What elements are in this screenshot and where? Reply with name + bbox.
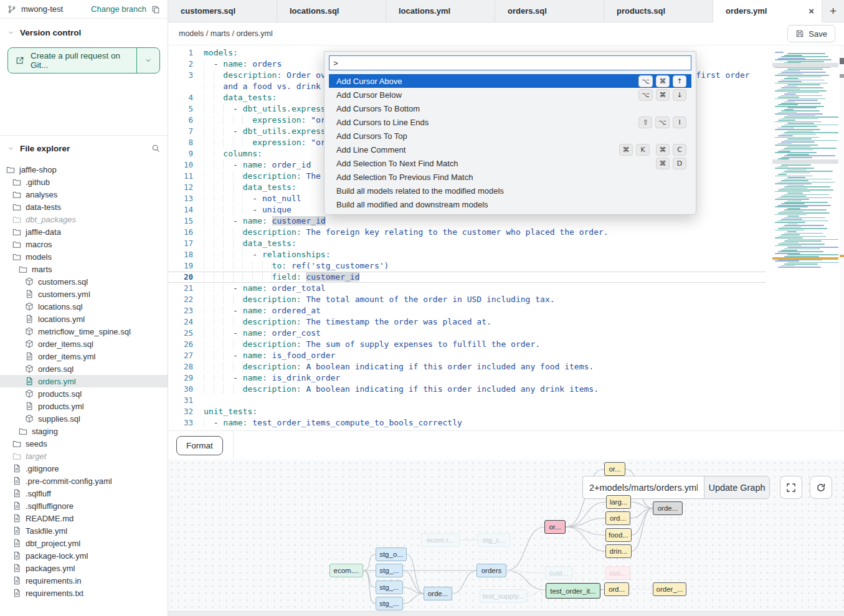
code-line-17[interactable]: 17 data_tests: (168, 238, 766, 249)
palette-item-Add Selection To Next Find Match[interactable]: Add Selection To Next Find Match⌘D (329, 156, 691, 170)
code-line-18[interactable]: 18 - relationships: (168, 249, 766, 260)
file-tree-item-locations.yml[interactable]: locations.yml (0, 313, 168, 325)
file-tree-item-.gitignore[interactable]: .gitignore (0, 462, 168, 475)
palette-item-Add Cursors To Top[interactable]: Add Cursors To Top (329, 129, 691, 143)
file-tree-item-locations.sql[interactable]: locations.sql (0, 300, 168, 313)
fullscreen-button[interactable] (780, 476, 802, 499)
lineage-node[interactable]: ecom.r... (421, 533, 460, 547)
file-tree-item-metricflow_time_spine.sql[interactable]: metricflow_time_spine.sql (0, 325, 168, 338)
palette-item-Add Cursor Above[interactable]: Add Cursor Above⌥⌘↑ (329, 74, 691, 88)
file-tree-item-README.md[interactable]: README.md (0, 512, 168, 524)
lineage-node[interactable]: stg_... (376, 564, 403, 577)
lineage-node[interactable]: order_... (653, 582, 686, 596)
palette-item-Add Cursors To Bottom[interactable]: Add Cursors To Bottom (329, 102, 691, 115)
lineage-node[interactable]: ord... (605, 511, 630, 525)
code-line-25[interactable]: 25 - name: order_cost (168, 328, 766, 339)
file-tree-item-.sqlfluffignore[interactable]: .sqlfluffignore (0, 500, 168, 512)
file-tree-item-requirements.txt[interactable]: requirements.txt (0, 587, 168, 599)
code-line-22[interactable]: 22 description: The total amount of the … (168, 294, 766, 305)
file-explorer-header[interactable]: File explorer (0, 140, 168, 157)
code-line-24[interactable]: 24 description: The timestamp the order … (168, 316, 766, 328)
new-tab-button[interactable]: + (822, 0, 844, 22)
palette-item-Build all modified and downstream models[interactable]: Build all modified and downstream models (329, 197, 691, 211)
editor-scrollbar[interactable] (840, 45, 844, 430)
refresh-button[interactable] (810, 476, 832, 499)
file-tree-item-orders.sql[interactable]: orders.sql (0, 362, 168, 375)
code-line-31[interactable]: 31 (168, 395, 766, 406)
tab-locations.yml[interactable]: locations.yml (386, 0, 495, 22)
file-tree-item-packages.yml[interactable]: packages.yml (0, 562, 168, 574)
horizontal-scrollbar[interactable] (168, 611, 844, 616)
file-tree-item-supplies.sql[interactable]: supplies.sql (0, 412, 168, 425)
palette-item-Add Cursor Below[interactable]: Add Cursor Below⌥⌘↓ (329, 88, 691, 102)
create-pr-caret[interactable] (137, 48, 159, 73)
file-tree-item-data-tests[interactable]: data-tests (0, 201, 168, 213)
file-tree-item-staging[interactable]: staging (0, 425, 168, 437)
lineage-node[interactable]: larg... (606, 495, 631, 509)
change-branch-link[interactable]: Change branch (91, 4, 146, 14)
file-tree-item-Taskfile.yml[interactable]: Taskfile.yml (0, 524, 168, 537)
file-tree-item-products.sql[interactable]: products.sql (0, 387, 168, 400)
file-tree-item-jaffle-data[interactable]: jaffle-data (0, 225, 168, 238)
lineage-node[interactable]: food... (605, 528, 632, 542)
lineage-selector-input[interactable] (583, 476, 704, 498)
file-tree-item-customers.yml[interactable]: customers.yml (0, 288, 168, 300)
format-button[interactable]: Format (176, 436, 223, 455)
tab-orders.yml[interactable]: orders.yml× (713, 0, 822, 22)
tab-customers.sql[interactable]: customers.sql (168, 0, 277, 22)
lineage-node[interactable]: or... (544, 520, 566, 534)
code-line-21[interactable]: 21 - name: order_total (168, 283, 766, 294)
file-tree-item-analyses[interactable]: analyses (0, 188, 168, 201)
palette-item-Add Line Comment[interactable]: Add Line Comment⌘K⌘C (329, 143, 691, 156)
file-tree-item-jaffle-shop[interactable]: jaffle-shop (0, 163, 168, 176)
lineage-node[interactable]: or... (604, 462, 625, 476)
code-line-33[interactable]: 33 - name: test_order_items_compute_to_b… (168, 417, 766, 429)
lineage-node[interactable]: orders (477, 564, 506, 577)
file-tree-item-.github[interactable]: .github (0, 176, 168, 188)
code-line-23[interactable]: 23 - name: ordered_at (168, 305, 766, 316)
file-tree-item-target[interactable]: target (0, 450, 168, 462)
command-palette-input[interactable] (329, 55, 691, 70)
code-line-20[interactable]: 20 field: customer_id (168, 272, 766, 283)
code-line-30[interactable]: 30 description: A boolean indicating if … (168, 384, 766, 395)
file-tree-item-seeds[interactable]: seeds (0, 437, 168, 450)
file-tree-item-.pre-commit-config.yaml[interactable]: .pre-commit-config.yaml (0, 475, 168, 487)
file-tree-item-dbt_project.yml[interactable]: dbt_project.yml (0, 537, 168, 549)
lineage-node[interactable]: ecom.... (330, 564, 363, 577)
file-tree-item-.sqlfluff[interactable]: .sqlfluff (0, 487, 168, 500)
lineage-node[interactable]: test_order_it... (546, 583, 600, 599)
lineage-node[interactable]: test_supply... (480, 589, 527, 603)
file-tree-item-package-lock.yml[interactable]: package-lock.yml (0, 549, 168, 562)
update-graph-button[interactable]: Update Graph (704, 476, 769, 498)
save-button[interactable]: Save (787, 25, 835, 42)
code-line-26[interactable]: 26 description: The sum of supply expens… (168, 339, 766, 350)
tab-orders.sql[interactable]: orders.sql (495, 0, 604, 22)
file-tree-item-dbt_packages[interactable]: dbt_packages (0, 213, 168, 225)
file-tree-item-models[interactable]: models (0, 250, 168, 263)
file-tree-item-customers.sql[interactable]: customers.sql (0, 275, 168, 288)
version-control-header[interactable]: Version control (7, 24, 160, 41)
code-line-28[interactable]: 28 description: A boolean indicating if … (168, 361, 766, 372)
file-tree-item-order_items.yml[interactable]: order_items.yml (0, 350, 168, 362)
lineage-node[interactable]: stg_o... (376, 547, 407, 561)
create-pr-button[interactable]: Create a pull request on Git... (7, 47, 160, 73)
palette-item-Add Cursors to Line Ends[interactable]: Add Cursors to Line Ends⇧⌥I (329, 115, 691, 129)
code-line-27[interactable]: 27 - name: is_food_order (168, 350, 766, 361)
minimap[interactable] (772, 52, 838, 283)
create-pr-button-main[interactable]: Create a pull request on Git... (8, 48, 137, 73)
code-line-16[interactable]: 16 description: The foreign key relating… (168, 227, 766, 238)
file-tree-item-requirements.in[interactable]: requirements.in (0, 574, 168, 587)
lineage-canvas[interactable]: Update Graph ecom....stg_o...stg_...stg_… (168, 460, 844, 611)
code-line-19[interactable]: 19 to: ref('stg_customers') (168, 260, 766, 272)
tab-locations.sql[interactable]: locations.sql (277, 0, 386, 22)
file-tree-item-macros[interactable]: macros (0, 238, 168, 250)
lineage-node[interactable]: ord... (604, 582, 629, 596)
search-icon[interactable] (151, 144, 160, 153)
file-tree-item-products.yml[interactable]: products.yml (0, 400, 168, 412)
palette-item-Add Selection To Previous Find Match[interactable]: Add Selection To Previous Find Match (329, 170, 691, 184)
close-icon[interactable]: × (808, 6, 814, 16)
file-tree-item-order_items.sql[interactable]: order_items.sql (0, 338, 168, 350)
file-tree-item-orders.yml[interactable]: orders.yml (0, 375, 168, 387)
lineage-node[interactable]: cus... (605, 566, 630, 580)
code-editor[interactable]: 1models:2 - name: orders3 description: O… (168, 45, 844, 430)
